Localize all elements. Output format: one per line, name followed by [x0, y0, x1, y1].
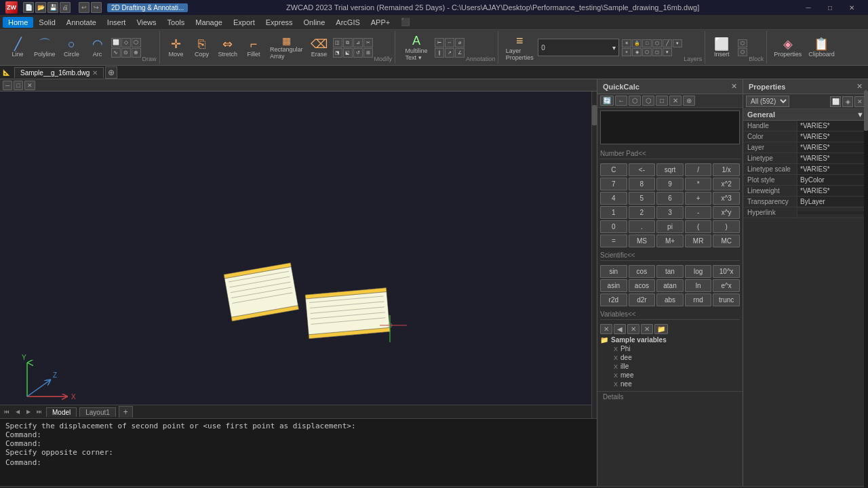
- np-inv[interactable]: 1/x: [713, 163, 740, 176]
- ann-extra-4[interactable]: ∥: [435, 48, 444, 58]
- np-pi[interactable]: pi: [656, 220, 684, 233]
- np-8[interactable]: 8: [629, 178, 656, 190]
- np-mplus[interactable]: M+: [656, 235, 684, 247]
- np-4[interactable]: 4: [600, 192, 627, 205]
- menu-appplus[interactable]: APP+: [366, 17, 395, 28]
- modify-erase-btn[interactable]: ⌫ Erase: [307, 33, 332, 62]
- draw-extra-2[interactable]: ◇: [121, 38, 131, 47]
- draw-extra-6[interactable]: ⊕: [132, 48, 141, 58]
- layout-nav-prev[interactable]: ◀: [14, 408, 22, 416]
- modify-stretch-btn[interactable]: ⇔ Stretch: [216, 33, 241, 62]
- layer-extra-2[interactable]: 🔒: [632, 39, 642, 47]
- canvas-close-btn[interactable]: ✕: [24, 81, 35, 90]
- np-x2[interactable]: x^2: [713, 178, 740, 190]
- draw-arc-btn[interactable]: ◠ Arc: [85, 33, 110, 62]
- np-back[interactable]: <-: [629, 163, 656, 176]
- qc-refresh-btn[interactable]: 🔄: [600, 96, 614, 106]
- quickcalc-display[interactable]: [600, 110, 740, 144]
- properties-btn[interactable]: ◈ Properties: [771, 33, 804, 62]
- prop-icon-2[interactable]: ◈: [842, 96, 853, 107]
- layout1-tab[interactable]: Layout1: [79, 407, 116, 417]
- menu-home[interactable]: Home: [3, 17, 33, 28]
- layout-nav-next[interactable]: ▶: [24, 408, 33, 416]
- np-div[interactable]: /: [685, 163, 712, 176]
- layer-extra-11[interactable]: ▾: [663, 48, 672, 56]
- add-layout-btn[interactable]: +: [119, 406, 133, 418]
- menu-manage[interactable]: Manage: [190, 17, 228, 28]
- prop-layer-value[interactable]: *VARIES*: [797, 142, 868, 152]
- modify-copy-btn[interactable]: ⎘ Copy: [190, 33, 214, 62]
- menu-arcgis[interactable]: ArcGIS: [330, 17, 365, 28]
- sci-sin[interactable]: sin: [600, 265, 627, 278]
- qc-hex1-btn[interactable]: ⬡: [629, 96, 641, 106]
- mod-extra-3[interactable]: ⊿: [353, 38, 363, 47]
- menu-online[interactable]: Online: [298, 17, 331, 28]
- sci-tan[interactable]: tan: [656, 265, 684, 278]
- menu-views[interactable]: Views: [131, 17, 161, 28]
- sci-cos[interactable]: cos: [629, 265, 656, 278]
- mod-extra-2[interactable]: ⧉: [343, 38, 353, 47]
- np-eq[interactable]: =: [600, 235, 627, 247]
- modify-move-btn[interactable]: ✛ Move: [164, 33, 189, 62]
- modify-fillet-btn[interactable]: ⌐ Fillet: [241, 33, 266, 62]
- prop-color-value[interactable]: *VARIES*: [797, 131, 868, 142]
- close-btn[interactable]: ✕: [841, 0, 863, 15]
- qc-plus-btn[interactable]: ⊕: [683, 96, 695, 106]
- mod-extra-6[interactable]: ⬕: [343, 48, 353, 58]
- sci-ex[interactable]: e^x: [713, 279, 740, 292]
- var-nee[interactable]: X nee: [600, 380, 740, 388]
- draw-extra-4[interactable]: ∿: [111, 48, 121, 58]
- layer-dropdown[interactable]: 0 ▾: [538, 39, 619, 56]
- prop-icon-1[interactable]: ⬜: [830, 96, 841, 107]
- mod-extra-8[interactable]: ⊞: [363, 48, 373, 58]
- block-extra-1[interactable]: ⬡: [738, 39, 747, 47]
- layer-extra-8[interactable]: ◈: [632, 48, 642, 56]
- menu-express[interactable]: Express: [260, 17, 298, 28]
- qc-hex2-btn[interactable]: ⬡: [642, 96, 654, 106]
- canvas-scrollbar[interactable]: [591, 92, 597, 418]
- block-insert-btn[interactable]: ⬜ Insert: [709, 33, 734, 62]
- drawing-canvas[interactable]: X Y Z: [0, 92, 597, 418]
- var-x3-btn[interactable]: ✕: [641, 324, 653, 334]
- tab-drawing[interactable]: Sample__g_16mb.dwg ✕: [14, 67, 104, 78]
- sci-trunc[interactable]: trunc: [713, 293, 740, 306]
- layer-extra-6[interactable]: ▾: [673, 39, 682, 47]
- np-xy[interactable]: x^y: [713, 206, 740, 219]
- menu-annotate[interactable]: Annotate: [61, 17, 102, 28]
- layer-extra-5[interactable]: ╱: [663, 39, 672, 47]
- np-c[interactable]: C: [600, 163, 627, 176]
- np-3[interactable]: 3: [656, 206, 684, 219]
- new-tab-btn[interactable]: ⊕: [105, 66, 117, 79]
- var-x2-btn[interactable]: ✕: [627, 324, 639, 334]
- toolbar-undo-btn[interactable]: ↩: [79, 2, 90, 13]
- sci-atan[interactable]: atan: [656, 279, 684, 292]
- sci-log[interactable]: log: [685, 265, 712, 278]
- prop-ltscale-value[interactable]: *VARIES*: [797, 164, 868, 174]
- var-folder-btn[interactable]: 📁: [654, 324, 668, 334]
- np-mul[interactable]: *: [685, 178, 712, 190]
- menu-tools[interactable]: Tools: [162, 17, 191, 28]
- layout-nav-last[interactable]: ⏭: [35, 408, 43, 416]
- menu-extra[interactable]: ⬛: [395, 16, 416, 28]
- menu-export[interactable]: Export: [228, 17, 260, 28]
- layer-properties-btn[interactable]: ≡ LayerProperties: [502, 33, 536, 62]
- properties-close-btn[interactable]: ✕: [856, 82, 863, 91]
- np-dot[interactable]: .: [629, 220, 656, 233]
- prop-transparency-value[interactable]: ByLayer: [797, 197, 868, 207]
- np-ms[interactable]: MS: [629, 235, 656, 247]
- layer-extra-3[interactable]: □: [642, 39, 652, 47]
- np-lparen[interactable]: (: [685, 220, 712, 233]
- np-x3[interactable]: x^3: [713, 192, 740, 205]
- sci-r2d[interactable]: r2d: [600, 293, 627, 306]
- np-minus[interactable]: -: [685, 206, 712, 219]
- toolbar-print-btn[interactable]: 🖨: [60, 2, 71, 13]
- workspace-selector[interactable]: 2D Drafting & Annotati...: [107, 3, 188, 12]
- np-0[interactable]: 0: [600, 220, 627, 233]
- maximize-btn[interactable]: □: [819, 0, 841, 15]
- np-mr[interactable]: MR: [685, 235, 712, 247]
- sci-rnd[interactable]: rnd: [685, 293, 712, 306]
- general-section-header[interactable]: General ▼: [743, 109, 868, 121]
- np-2[interactable]: 2: [629, 206, 656, 219]
- np-plus[interactable]: +: [685, 192, 712, 205]
- sci-acos[interactable]: acos: [629, 279, 656, 292]
